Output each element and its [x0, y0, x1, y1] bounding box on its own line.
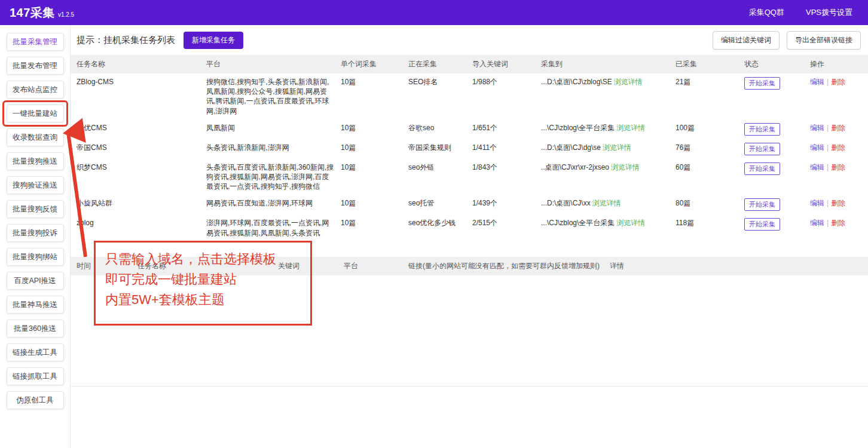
sidebar-item-index-query[interactable]: 收录数据查询 [7, 128, 64, 146]
browse-detail-link[interactable]: 浏览详情 [603, 143, 631, 152]
sidebar-item-batch-publish[interactable]: 批量发布管理 [7, 57, 64, 75]
sidebar-item-link-generate[interactable]: 链接生成工具 [7, 343, 64, 361]
task-name: zblog [71, 214, 206, 241]
sidebar-item-sogou-feedback[interactable]: 批量搜狗反馈 [7, 200, 64, 218]
browse-detail-link[interactable]: 浏览详情 [611, 163, 640, 171]
sidebar-item-link-grab[interactable]: 链接抓取工具 [7, 367, 64, 385]
header-nav: 采集QQ群 VPS拨号设置 [749, 7, 852, 18]
task-platforms: 头条资讯,新浪新闻,澎湃网 [206, 139, 341, 159]
col-platform: 平台 [206, 55, 341, 73]
annotation-line: 只需输入域名，点击选择模板 [105, 249, 310, 269]
col-task-name: 任务名称 [71, 55, 206, 73]
save-path: ...\CJ\zblog\全平台采集 [541, 124, 615, 132]
table-row: 小旋风站群 网易资讯,百度知道,澎湃网,环球网 10篇 seo托管 1/439个… [71, 195, 868, 214]
brand-logo: 147采集 [10, 5, 55, 21]
collected-count: 100篇 [676, 119, 744, 139]
keyword-progress: 1/411个 [472, 139, 541, 159]
col-platform: 平台 [344, 257, 408, 275]
action-separator: | [827, 219, 829, 227]
per-word-count: 10篇 [341, 139, 408, 159]
col-actions: 操作 [810, 55, 868, 73]
main-content: 提示：挂机采集任务列表 新增采集任务 编辑过滤关键词 导出全部错误链接 任务名称… [71, 25, 868, 448]
sidebar-item-baidu-api[interactable]: 百度API推送 [7, 272, 64, 290]
start-collect-button[interactable]: 开始采集 [744, 77, 780, 90]
edit-filter-keywords-button[interactable]: 编辑过滤关键词 [713, 31, 780, 50]
action-separator: | [827, 78, 829, 86]
delete-link[interactable]: 删除 [831, 143, 845, 152]
browse-detail-link[interactable]: 浏览详情 [616, 124, 645, 132]
sidebar-item-sogou-push[interactable]: 批量搜狗推送 [7, 152, 64, 170]
nav-qq-group[interactable]: 采集QQ群 [749, 7, 784, 18]
sidebar-item-sogou-bind[interactable]: 批量搜狗绑站 [7, 248, 64, 266]
sidebar-item-sogou-verify[interactable]: 搜狗验证推送 [7, 176, 64, 194]
browse-detail-link[interactable]: 浏览详情 [592, 199, 621, 207]
per-word-count: 10篇 [341, 119, 408, 139]
collected-count: 21篇 [676, 73, 744, 119]
delete-link[interactable]: 删除 [831, 199, 845, 207]
version-label: v1.2.5 [58, 11, 74, 18]
save-path: ...D:\桌面\CJ\zblog\SE [541, 78, 612, 86]
task-table: 任务名称 平台 单个词采集 正在采集 导入关键词 采集到 已采集 状态 操作 Z… [71, 55, 868, 241]
collected-count: 60篇 [676, 159, 744, 195]
edit-link[interactable]: 编辑 [810, 124, 824, 132]
collected-count: 80篇 [676, 195, 744, 214]
save-path: ...D:\桌面\CJ\xx [541, 199, 591, 207]
sidebar-item-one-click-site[interactable]: 一键批量建站 [7, 105, 64, 122]
browse-detail-link[interactable]: 浏览详情 [614, 78, 643, 86]
task-name: 小旋风站群 [71, 195, 206, 214]
keyword-progress: 1/439个 [472, 195, 541, 214]
delete-link[interactable]: 删除 [831, 163, 845, 171]
add-task-button[interactable]: 新增采集任务 [184, 32, 243, 49]
per-word-count: 10篇 [341, 159, 408, 195]
nav-vps-settings[interactable]: VPS拨号设置 [806, 7, 852, 18]
sidebar-item-360-push[interactable]: 批量360推送 [7, 320, 64, 337]
action-separator: | [827, 199, 829, 207]
delete-link[interactable]: 删除 [831, 78, 845, 86]
col-per-word: 单个词采集 [341, 55, 408, 73]
task-platforms: 搜狗微信,搜狗知乎,头条资讯,新浪新闻,凤凰新闻,搜狗公众号,搜狐新闻,网易资讯… [206, 73, 341, 119]
per-word-count: 10篇 [341, 73, 408, 119]
edit-link[interactable]: 编辑 [810, 219, 824, 227]
col-save-path: 采集到 [541, 55, 676, 73]
sidebar-item-pseudo-original[interactable]: 伪原创工具 [7, 391, 64, 409]
top-header: 147采集 v1.2.5 采集QQ群 VPS拨号设置 [0, 0, 868, 25]
table-row: 易优CMS 凤凰新闻 10篇 谷歌seo 1/651个 ...\CJ\zblog… [71, 119, 868, 139]
edit-link[interactable]: 编辑 [810, 163, 824, 171]
col-link: 链接(量小的网站可能没有匹配，如需要可群内反馈增加规则) [408, 257, 610, 275]
annotation-line: 即可完成一键批量建站 [105, 269, 310, 290]
edit-link[interactable]: 编辑 [810, 199, 824, 207]
start-collect-button[interactable]: 开始采集 [744, 218, 780, 231]
task-platforms: 澎湃网,环球网,百度最资讯,一点资讯,网易资讯,搜狐新闻,凤凰新闻,头条资讯 [206, 214, 341, 241]
col-detail: 详情 [610, 257, 868, 275]
col-status: 状态 [744, 55, 810, 73]
start-collect-button[interactable]: 开始采集 [744, 123, 780, 136]
edit-link[interactable]: 编辑 [810, 143, 824, 152]
sidebar-item-sogou-complaint[interactable]: 批量搜狗投诉 [7, 224, 64, 242]
delete-link[interactable]: 删除 [831, 124, 845, 132]
collecting-keyword: SEO排名 [408, 73, 472, 119]
collecting-keyword: seo优化多少钱 [408, 214, 472, 241]
delete-link[interactable]: 删除 [831, 219, 845, 227]
page-title: 提示：挂机采集任务列表 [77, 35, 175, 46]
start-collect-button[interactable]: 开始采集 [744, 162, 780, 175]
table-row: ZBlog-CMS 搜狗微信,搜狗知乎,头条资讯,新浪新闻,凤凰新闻,搜狗公众号… [71, 73, 868, 119]
toolbar: 提示：挂机采集任务列表 新增采集任务 编辑过滤关键词 导出全部错误链接 [71, 25, 868, 55]
sidebar-item-batch-collect[interactable]: 批量采集管理 [7, 33, 64, 51]
export-error-links-button[interactable]: 导出全部错误链接 [787, 31, 861, 50]
sidebar-item-site-monitor[interactable]: 发布站点监控 [7, 81, 64, 99]
start-collect-button[interactable]: 开始采集 [744, 143, 780, 155]
task-name: 帝国CMS [71, 139, 206, 159]
action-separator: | [827, 163, 829, 171]
table-row: 织梦CMS 头条资讯,百度资讯,新浪新闻,360新闻,搜狗资讯,搜狐新闻,网易资… [71, 159, 868, 195]
keyword-progress: 1/843个 [472, 159, 541, 195]
table-row: zblog 澎湃网,环球网,百度最资讯,一点资讯,网易资讯,搜狐新闻,凤凰新闻,… [71, 214, 868, 241]
edit-link[interactable]: 编辑 [810, 78, 824, 86]
task-name: 织梦CMS [71, 159, 206, 195]
col-keywords: 导入关键词 [472, 55, 541, 73]
sidebar-item-shenma-push[interactable]: 批量神马推送 [7, 296, 64, 314]
keyword-progress: 2/515个 [472, 214, 541, 241]
collected-count: 76篇 [676, 139, 744, 159]
start-collect-button[interactable]: 开始采集 [744, 198, 780, 211]
browse-detail-link[interactable]: 浏览详情 [616, 219, 645, 227]
save-path: ...\CJ\zblog\全平台采集 [541, 219, 615, 227]
